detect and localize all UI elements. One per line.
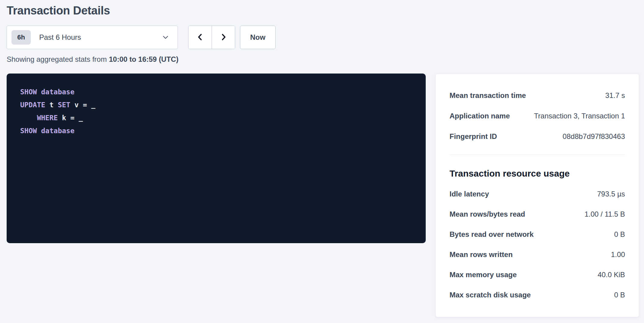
summary-row-label: Idle latency [450,190,489,198]
sql-line: SHOW database [20,124,412,137]
sql-token-keyword: SET [58,101,71,109]
summary-row-label: Mean transaction time [450,91,526,100]
time-preset-badge: 6h [11,30,31,45]
transaction-details-page: Transaction Details 6h Past 6 Hours Now … [0,0,644,317]
summary-row-label: Mean rows/bytes read [450,210,525,218]
time-range-selected-label: Past 6 Hours [39,33,81,42]
next-time-window-button[interactable] [212,26,235,49]
summary-row-label: Max scratch disk usage [450,291,531,299]
sql-token-plain [37,127,41,135]
summary-row: Fingerprint ID 08d8b7d97f830463 [450,126,625,147]
sql-token-keyword: SHOW [20,127,37,135]
time-picker-controls: 6h Past 6 Hours Now [7,26,644,49]
summary-row-label: Bytes read over network [450,230,534,239]
sql-token-plain: v = _ [70,101,95,109]
sql-line: UPDATE t SET v = _ [20,99,412,111]
summary-row-label: Mean rows written [450,250,513,259]
caption-time-range: 10:00 to 16:59 (UTC) [109,55,178,63]
card-divider [450,155,625,155]
summary-row-value: 31.7 s [605,91,625,100]
prev-time-window-button[interactable] [188,26,212,49]
summary-row-value: 793.5 µs [597,190,625,198]
summary-row: Bytes read over network 0 B [450,224,625,244]
time-range-dropdown[interactable]: 6h Past 6 Hours [7,26,178,49]
sql-token-keyword: SHOW [20,88,37,96]
summary-row: Mean rows/bytes read 1.00 / 11.5 B [450,204,625,224]
sql-token-plain: t [45,101,58,109]
chevron-left-icon [196,33,205,42]
main-content: SHOW databaseUPDATE t SET v = _ WHERE k … [7,74,644,317]
summary-row-value: 40.0 KiB [598,271,625,279]
summary-row-value: 0 B [614,230,625,239]
sql-token-plain: k = _ [58,114,83,122]
now-button[interactable]: Now [240,26,276,49]
summary-row-value: Transaction 3, Transaction 1 [534,112,625,120]
summary-row: Mean transaction time 31.7 s [450,85,625,106]
summary-row-label: Application name [450,112,510,120]
aggregated-stats-caption: Showing aggregated stats from10:00 to 16… [7,55,644,64]
summary-row: Application name Transaction 3, Transact… [450,106,625,126]
summary-row-label: Fingerprint ID [450,132,497,141]
sql-token-keyword: database [41,127,74,135]
summary-row-value: 1.00 [611,250,625,259]
time-window-nav-group [188,26,235,49]
caption-prefix: Showing aggregated stats from [7,55,107,63]
summary-row-value: 0 B [614,291,625,299]
summary-row: Idle latency 793.5 µs [450,184,625,204]
transaction-summary-card: Mean transaction time 31.7 s Application… [435,74,639,317]
sql-token-plain [20,114,37,122]
resource-usage-rows: Idle latency 793.5 µs Mean rows/bytes re… [450,184,625,305]
summary-row: Max scratch disk usage 0 B [450,285,625,305]
sql-token-keyword: database [41,88,74,96]
sql-line: SHOW database [20,86,412,99]
sql-token-keyword: WHERE [37,114,58,122]
sql-line: WHERE k = _ [20,111,412,124]
summary-row: Mean rows written 1.00 [450,244,625,265]
sql-token-keyword: UPDATE [20,101,45,109]
sql-statement-box: SHOW databaseUPDATE t SET v = _ WHERE k … [7,74,426,243]
resource-usage-heading: Transaction resource usage [450,168,625,180]
sql-token-plain [37,88,41,96]
chevron-right-icon [219,33,228,42]
page-title: Transaction Details [7,4,644,17]
summary-row: Max memory usage 40.0 KiB [450,265,625,285]
summary-row-label: Max memory usage [450,271,517,279]
summary-row-value: 1.00 / 11.5 B [585,210,625,218]
chevron-down-icon [161,33,170,42]
summary-row-value: 08d8b7d97f830463 [563,132,625,141]
